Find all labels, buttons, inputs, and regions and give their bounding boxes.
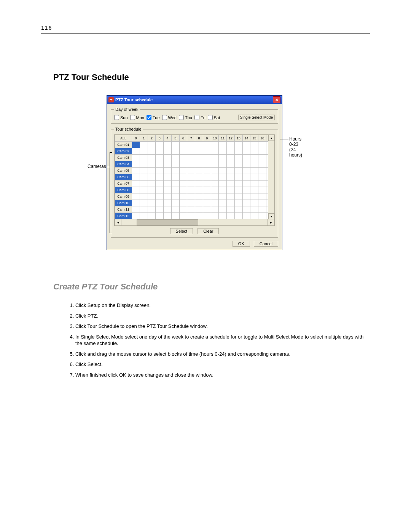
- schedule-cell[interactable]: [179, 213, 187, 219]
- schedule-cell[interactable]: [140, 168, 148, 174]
- schedule-cell[interactable]: [195, 161, 203, 168]
- schedule-cell[interactable]: [140, 174, 148, 181]
- schedule-cell[interactable]: [148, 200, 156, 206]
- schedule-cell[interactable]: [156, 155, 164, 161]
- schedule-cell[interactable]: [195, 155, 203, 161]
- schedule-cell[interactable]: [250, 181, 258, 187]
- schedule-cell[interactable]: [187, 187, 195, 193]
- schedule-cell[interactable]: [211, 213, 219, 219]
- schedule-cell[interactable]: [203, 200, 211, 206]
- schedule-cell[interactable]: [132, 213, 140, 219]
- schedule-cell[interactable]: [219, 213, 227, 219]
- schedule-cell[interactable]: [219, 193, 227, 200]
- schedule-cell[interactable]: [179, 148, 187, 155]
- schedule-cell[interactable]: [132, 206, 140, 213]
- schedule-cell[interactable]: [195, 181, 203, 187]
- camera-row-label[interactable]: Cam 05: [115, 168, 132, 174]
- day-checkbox-tue[interactable]: Tue: [147, 115, 160, 120]
- camera-row-label[interactable]: Cam 07: [115, 181, 132, 187]
- day-checkbox-thu[interactable]: Thu: [179, 115, 192, 120]
- schedule-cell[interactable]: [211, 142, 219, 148]
- schedule-cell[interactable]: [203, 142, 211, 148]
- schedule-cell[interactable]: [195, 200, 203, 206]
- schedule-cell[interactable]: [156, 193, 164, 200]
- schedule-cell[interactable]: [171, 200, 179, 206]
- schedule-cell[interactable]: [227, 155, 235, 161]
- camera-row-label[interactable]: Cam 09: [115, 193, 132, 200]
- schedule-cell[interactable]: [250, 193, 258, 200]
- schedule-cell[interactable]: [242, 213, 250, 219]
- day-checkbox-input[interactable]: [147, 115, 151, 120]
- schedule-cell[interactable]: [179, 187, 187, 193]
- schedule-cell[interactable]: [203, 148, 211, 155]
- schedule-cell[interactable]: [227, 181, 235, 187]
- schedule-cell[interactable]: [258, 174, 266, 181]
- schedule-cell[interactable]: [148, 142, 156, 148]
- schedule-cell[interactable]: [187, 155, 195, 161]
- schedule-cell[interactable]: [148, 181, 156, 187]
- schedule-cell[interactable]: [195, 193, 203, 200]
- schedule-cell[interactable]: [156, 142, 164, 148]
- schedule-cell[interactable]: [187, 174, 195, 181]
- schedule-cell[interactable]: [219, 174, 227, 181]
- schedule-cell[interactable]: [164, 161, 172, 168]
- schedule-cell[interactable]: [250, 174, 258, 181]
- schedule-cell[interactable]: [203, 206, 211, 213]
- schedule-cell[interactable]: [258, 142, 266, 148]
- schedule-cell[interactable]: [211, 174, 219, 181]
- schedule-cell[interactable]: [242, 193, 250, 200]
- schedule-cell[interactable]: [164, 181, 172, 187]
- schedule-cell[interactable]: [171, 206, 179, 213]
- schedule-cell[interactable]: [140, 155, 148, 161]
- schedule-cell[interactable]: [195, 168, 203, 174]
- clear-button[interactable]: Clear: [198, 228, 219, 234]
- schedule-cell[interactable]: [250, 187, 258, 193]
- day-checkbox-input[interactable]: [162, 115, 167, 120]
- schedule-cell[interactable]: [250, 148, 258, 155]
- ok-button[interactable]: OK: [233, 241, 250, 247]
- schedule-cell[interactable]: [140, 181, 148, 187]
- schedule-cell[interactable]: [179, 142, 187, 148]
- schedule-cell[interactable]: [219, 168, 227, 174]
- hour-header[interactable]: 16: [258, 135, 266, 142]
- schedule-cell[interactable]: [227, 142, 235, 148]
- schedule-cell[interactable]: [211, 206, 219, 213]
- hour-header[interactable]: 5: [171, 135, 179, 142]
- schedule-cell[interactable]: [140, 142, 148, 148]
- schedule-cell[interactable]: [227, 200, 235, 206]
- schedule-cell[interactable]: [164, 174, 172, 181]
- camera-row-label[interactable]: Cam 11: [115, 206, 132, 213]
- schedule-cell[interactable]: [219, 161, 227, 168]
- schedule-cell[interactable]: [179, 174, 187, 181]
- scroll-up-icon[interactable]: ▴: [268, 135, 274, 141]
- schedule-cell[interactable]: [258, 148, 266, 155]
- schedule-cell[interactable]: [140, 200, 148, 206]
- schedule-cell[interactable]: [203, 187, 211, 193]
- schedule-grid[interactable]: ALL01234567891011121314151617Cam 01Cam 0…: [114, 134, 275, 226]
- schedule-cell[interactable]: [148, 155, 156, 161]
- schedule-cell[interactable]: [140, 213, 148, 219]
- schedule-cell[interactable]: [156, 206, 164, 213]
- hour-header[interactable]: 9: [203, 135, 211, 142]
- schedule-cell[interactable]: [187, 148, 195, 155]
- schedule-cell[interactable]: [148, 206, 156, 213]
- schedule-cell[interactable]: [242, 168, 250, 174]
- schedule-cell[interactable]: [258, 193, 266, 200]
- schedule-cell[interactable]: [179, 155, 187, 161]
- schedule-cell[interactable]: [132, 155, 140, 161]
- schedule-cell[interactable]: [140, 148, 148, 155]
- schedule-cell[interactable]: [258, 161, 266, 168]
- schedule-cell[interactable]: [203, 181, 211, 187]
- hour-header[interactable]: 6: [179, 135, 187, 142]
- schedule-cell[interactable]: [171, 181, 179, 187]
- schedule-cell[interactable]: [132, 181, 140, 187]
- schedule-cell[interactable]: [227, 161, 235, 168]
- schedule-cell[interactable]: [187, 181, 195, 187]
- scroll-right-icon[interactable]: ▸: [268, 219, 274, 226]
- schedule-cell[interactable]: [156, 174, 164, 181]
- scroll-thumb[interactable]: [137, 219, 198, 225]
- schedule-cell[interactable]: [132, 174, 140, 181]
- schedule-cell[interactable]: [234, 155, 242, 161]
- schedule-cell[interactable]: [132, 148, 140, 155]
- schedule-cell[interactable]: [234, 148, 242, 155]
